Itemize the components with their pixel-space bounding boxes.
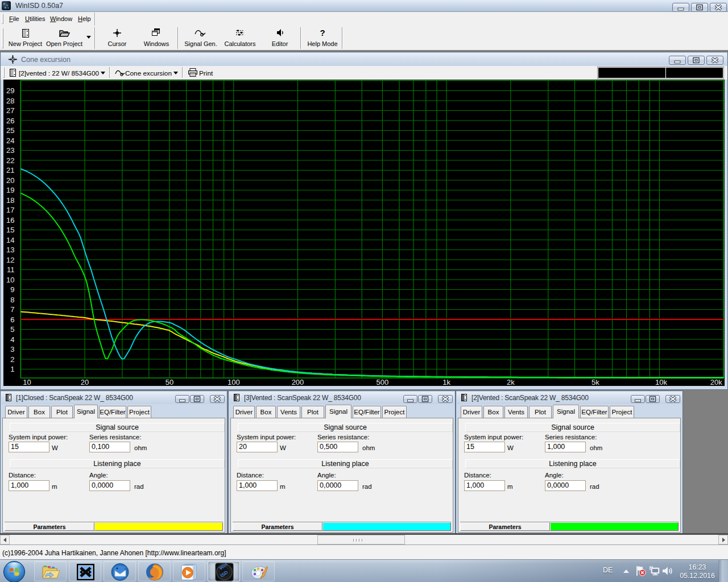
- svg-text:20k: 20k: [710, 378, 722, 386]
- svg-text:50: 50: [166, 378, 173, 386]
- svg-text:11: 11: [7, 265, 15, 274]
- svg-text:5: 5: [10, 325, 14, 334]
- svg-text:500: 500: [377, 378, 389, 386]
- svg-text:27: 27: [6, 106, 14, 115]
- svg-text:7: 7: [10, 305, 14, 314]
- svg-text:8: 8: [10, 296, 14, 304]
- svg-text:10: 10: [23, 378, 31, 386]
- svg-text:16: 16: [6, 216, 14, 225]
- svg-text:5k: 5k: [592, 378, 599, 386]
- svg-text:18: 18: [6, 196, 14, 205]
- svg-text:2: 2: [10, 355, 14, 364]
- svg-text:12: 12: [6, 256, 14, 264]
- svg-text:19: 19: [6, 186, 14, 194]
- svg-text:9: 9: [10, 285, 14, 294]
- svg-text:10k: 10k: [655, 378, 667, 386]
- svg-text:23: 23: [6, 146, 14, 155]
- svg-text:15: 15: [6, 226, 14, 234]
- svg-text:29: 29: [6, 86, 14, 95]
- svg-text:21: 21: [6, 166, 14, 174]
- svg-text:25: 25: [6, 126, 14, 135]
- svg-text:22: 22: [6, 156, 14, 165]
- svg-text:4: 4: [10, 335, 14, 344]
- svg-text:20: 20: [6, 176, 14, 185]
- svg-text:14: 14: [6, 236, 14, 244]
- svg-text:20: 20: [81, 378, 89, 386]
- svg-text:1: 1: [10, 365, 14, 373]
- svg-text:1k: 1k: [442, 378, 450, 386]
- svg-text:26: 26: [6, 117, 14, 125]
- svg-text:6: 6: [10, 315, 14, 324]
- svg-text:13: 13: [6, 246, 14, 254]
- svg-text:200: 200: [292, 378, 304, 386]
- svg-text:17: 17: [6, 206, 14, 214]
- svg-text:3: 3: [10, 345, 14, 354]
- svg-text:100: 100: [228, 378, 240, 386]
- svg-text:10: 10: [6, 276, 14, 284]
- svg-text:24: 24: [6, 136, 14, 145]
- svg-text:28: 28: [6, 97, 14, 105]
- svg-text:2k: 2k: [507, 378, 515, 386]
